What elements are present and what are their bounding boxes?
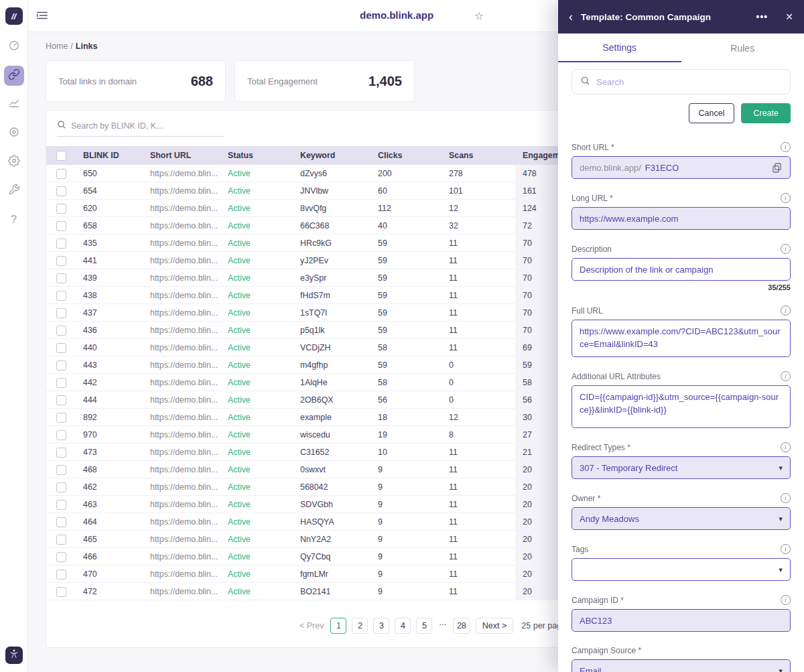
blink-logo[interactable]: // xyxy=(5,7,23,25)
info-icon[interactable]: i xyxy=(781,442,791,452)
favorite-star-icon[interactable]: ☆ xyxy=(474,9,484,22)
row-checkbox[interactable] xyxy=(56,360,66,371)
row-checkbox[interactable] xyxy=(56,395,66,405)
cell-short-url[interactable]: https://demo.blin... xyxy=(143,221,220,230)
long-url-input[interactable]: https://www.example.com xyxy=(572,207,791,230)
select-all-checkbox[interactable] xyxy=(56,151,66,161)
row-checkbox[interactable] xyxy=(56,343,66,353)
sidebar-item-analytics[interactable] xyxy=(4,94,24,115)
column-header[interactable]: Short URL xyxy=(143,151,220,160)
row-checkbox[interactable] xyxy=(56,587,66,597)
cell-short-url[interactable]: https://demo.blin... xyxy=(143,326,220,335)
column-header[interactable]: Clicks xyxy=(371,151,442,160)
campaign-id-input[interactable]: ABC123 xyxy=(572,609,791,632)
row-checkbox[interactable] xyxy=(56,186,66,196)
row-checkbox[interactable] xyxy=(56,500,66,510)
sidebar-item-links[interactable] xyxy=(4,66,24,86)
cell-short-url[interactable]: https://demo.blin... xyxy=(143,430,220,440)
cell-short-url[interactable]: https://demo.blin... xyxy=(143,239,220,248)
info-icon[interactable]: i xyxy=(781,544,791,554)
cell-short-url[interactable]: https://demo.blin... xyxy=(143,517,220,527)
row-checkbox[interactable] xyxy=(56,430,66,440)
row-checkbox[interactable] xyxy=(56,517,66,527)
cell-short-url[interactable]: https://demo.blin... xyxy=(143,413,220,422)
cell-short-url[interactable]: https://demo.blin... xyxy=(143,378,220,387)
breadcrumb-home[interactable]: Home xyxy=(46,42,68,51)
row-checkbox[interactable] xyxy=(56,378,66,388)
page-button[interactable]: 3 xyxy=(373,618,389,634)
copy-icon[interactable] xyxy=(771,162,783,174)
sidebar-item-targets[interactable] xyxy=(4,123,24,143)
column-header[interactable]: BLINK ID xyxy=(76,151,143,160)
cell-short-url[interactable]: https://demo.blin... xyxy=(143,360,220,370)
column-header[interactable]: Scans xyxy=(442,151,515,160)
owner-select[interactable]: Andy Meadows ▾ xyxy=(572,507,791,530)
row-checkbox[interactable] xyxy=(56,169,66,179)
cell-short-url[interactable]: https://demo.blin... xyxy=(143,482,220,492)
row-checkbox[interactable] xyxy=(56,465,66,475)
cell-short-url[interactable]: https://demo.blin... xyxy=(143,535,220,544)
more-options-icon[interactable]: ••• xyxy=(756,11,768,22)
page-button[interactable]: 1 xyxy=(330,618,346,634)
redirect-types-select[interactable]: 307 - Temporary Redirect ▾ xyxy=(572,456,791,479)
cell-short-url[interactable]: https://demo.blin... xyxy=(143,204,220,213)
description-input[interactable]: Description of the link or campaign xyxy=(572,258,791,281)
row-checkbox[interactable] xyxy=(56,291,66,301)
sidebar-item-dashboard[interactable] xyxy=(4,37,24,57)
info-icon[interactable]: i xyxy=(781,244,791,254)
cell-short-url[interactable]: https://demo.blin... xyxy=(143,465,220,474)
additional-url-attributes-input[interactable]: CID={{campaign-id}}&utm_source={{campaig… xyxy=(572,385,791,428)
info-icon[interactable]: i xyxy=(781,371,791,381)
row-checkbox[interactable] xyxy=(56,535,66,545)
cell-short-url[interactable]: https://demo.blin... xyxy=(143,291,220,300)
row-checkbox[interactable] xyxy=(56,413,66,423)
full-url-input[interactable]: https://www.example.com/?CID=ABC123&utm_… xyxy=(572,320,791,357)
sidebar-item-tools[interactable] xyxy=(4,181,24,201)
row-checkbox[interactable] xyxy=(56,204,66,214)
cell-short-url[interactable]: https://demo.blin... xyxy=(143,308,220,318)
row-checkbox[interactable] xyxy=(56,239,66,249)
info-icon[interactable]: i xyxy=(781,193,791,203)
row-checkbox[interactable] xyxy=(56,256,66,266)
back-icon[interactable]: ‹ xyxy=(569,11,573,23)
row-checkbox[interactable] xyxy=(56,482,66,492)
cell-short-url[interactable]: https://demo.blin... xyxy=(143,395,220,405)
close-icon[interactable]: ✕ xyxy=(785,11,793,22)
sidebar-item-help[interactable]: ? xyxy=(4,210,24,230)
info-icon[interactable]: i xyxy=(781,493,791,503)
short-url-input[interactable]: demo.blink.app/ F31ECO xyxy=(572,156,791,179)
row-checkbox[interactable] xyxy=(56,326,66,336)
row-checkbox[interactable] xyxy=(56,308,66,318)
table-search-input[interactable] xyxy=(71,121,218,131)
cell-short-url[interactable]: https://demo.blin... xyxy=(143,169,220,178)
row-checkbox[interactable] xyxy=(56,569,66,580)
page-button[interactable]: 28 xyxy=(453,618,470,634)
accessibility-button[interactable] xyxy=(5,647,23,664)
tags-select[interactable]: ▾ xyxy=(572,558,791,581)
menu-icon[interactable] xyxy=(36,10,48,23)
cell-short-url[interactable]: https://demo.blin... xyxy=(143,256,220,265)
page-button[interactable]: 2 xyxy=(352,618,368,634)
prev-page-button[interactable]: < Prev xyxy=(299,621,324,630)
create-button[interactable]: Create xyxy=(741,103,791,123)
row-checkbox[interactable] xyxy=(56,273,66,283)
tab-settings[interactable]: Settings xyxy=(558,33,681,62)
page-button[interactable]: 5 xyxy=(416,618,432,634)
panel-search-input[interactable] xyxy=(596,77,782,87)
column-header[interactable]: Keyword xyxy=(293,151,371,160)
cell-short-url[interactable]: https://demo.blin... xyxy=(143,186,220,196)
cell-short-url[interactable]: https://demo.blin... xyxy=(143,343,220,352)
cell-short-url[interactable]: https://demo.blin... xyxy=(143,552,220,561)
row-checkbox[interactable] xyxy=(56,552,66,562)
column-header[interactable]: Status xyxy=(220,151,293,160)
row-checkbox[interactable] xyxy=(56,221,66,231)
tab-rules[interactable]: Rules xyxy=(681,33,804,62)
cell-short-url[interactable]: https://demo.blin... xyxy=(143,448,220,457)
cell-short-url[interactable]: https://demo.blin... xyxy=(143,500,220,509)
cell-short-url[interactable]: https://demo.blin... xyxy=(143,587,220,596)
sidebar-item-settings[interactable] xyxy=(4,152,24,172)
info-icon[interactable]: i xyxy=(781,306,791,316)
page-button[interactable]: 4 xyxy=(395,618,411,634)
info-icon[interactable]: i xyxy=(781,142,791,152)
campaign-source-select[interactable]: Email ▾ xyxy=(572,659,791,672)
